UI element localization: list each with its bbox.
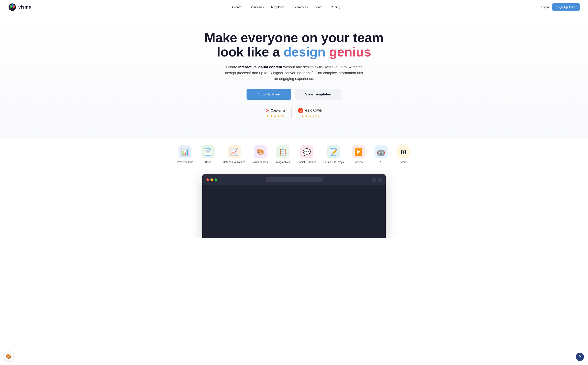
icon-item-socialgraphics[interactable]: 💬 Social Graphics xyxy=(294,143,320,166)
icon-label: Social Graphics xyxy=(298,161,316,163)
chevron-down-icon: ▾ xyxy=(323,6,324,8)
capterra-rating: ➤ Capterra ★★★★½ xyxy=(266,108,285,118)
infographics-icon: 📋 xyxy=(279,148,287,156)
capterra-arrow-icon: ➤ xyxy=(266,108,269,113)
icon-box: 📋 xyxy=(276,145,289,158)
nav-links: Create ▾ Solutions ▾ Templates ▾ Example… xyxy=(229,4,343,10)
icon-item-ai[interactable]: 🤖 AI xyxy=(370,143,392,166)
signup-button-nav[interactable]: Sign Up Free xyxy=(552,3,580,11)
browser-action-btn xyxy=(372,178,376,182)
g2-icon: G xyxy=(298,108,303,113)
icon-box: 📄 xyxy=(201,145,215,158)
videos-icon: ▶️ xyxy=(355,148,363,156)
login-button[interactable]: Login xyxy=(541,5,549,9)
browser-mockup xyxy=(202,174,386,238)
icon-item-whiteboards[interactable]: 🎨 Whiteboards xyxy=(249,143,272,166)
icon-label: Data Visualizations xyxy=(223,161,245,163)
icon-item-formssurveys[interactable]: 📝 Forms & Surveys xyxy=(320,143,348,166)
icon-item-more[interactable]: ⊞ More xyxy=(392,143,415,166)
logo-text: visme xyxy=(18,5,31,10)
icon-box: 📈 xyxy=(228,145,241,158)
logo-icon xyxy=(8,3,16,11)
forms-&-surveys-icon: 📝 xyxy=(329,148,338,156)
hero-buttons: Sign Up Free View Templates xyxy=(8,89,580,100)
browser-content xyxy=(202,185,386,238)
icon-box: 📊 xyxy=(178,145,191,158)
icon-label: AI xyxy=(380,161,382,163)
data-visualizations-icon: 📈 xyxy=(230,148,238,156)
more-icon: ⊞ xyxy=(401,148,406,156)
nav-learn[interactable]: Learn ▾ xyxy=(312,4,327,10)
g2-stars: ★★★★½ xyxy=(301,114,319,119)
icon-grid: 📊 Presentations 📄 Docs 📈 Data Visualizat… xyxy=(0,139,588,174)
icon-item-docs[interactable]: 📄 Docs xyxy=(197,143,219,166)
icon-item-datavisualizations[interactable]: 📈 Data Visualizations xyxy=(219,143,249,166)
nav-examples[interactable]: Examples ▾ xyxy=(290,4,311,10)
chevron-down-icon: ▾ xyxy=(307,6,308,8)
whiteboards-icon: 🎨 xyxy=(256,148,265,156)
icon-item-infographics[interactable]: 📋 Infographics xyxy=(272,143,294,166)
icon-item-videos[interactable]: ▶️ Videos xyxy=(347,143,370,166)
icon-label: Presentations xyxy=(177,161,193,163)
nav-solutions[interactable]: Solutions ▾ xyxy=(247,4,267,10)
ai-icon: 🤖 xyxy=(377,148,385,156)
icon-label: Docs xyxy=(205,161,211,163)
icon-label: Forms & Surveys xyxy=(323,161,344,163)
hero-ratings: ➤ Capterra ★★★★½ G G2 CROWD ★★★★½ xyxy=(8,108,580,119)
hero-subtitle: Create interactive visual content withou… xyxy=(225,64,363,82)
icon-box: 📝 xyxy=(327,145,340,158)
minimize-dot[interactable] xyxy=(211,178,213,181)
chevron-down-icon: ▾ xyxy=(242,6,243,8)
icon-item-presentations[interactable]: 📊 Presentations xyxy=(173,143,197,166)
maximize-dot[interactable] xyxy=(215,178,217,181)
nav-create[interactable]: Create ▾ xyxy=(229,4,246,10)
browser-section xyxy=(0,174,588,238)
browser-action-btn-2 xyxy=(377,178,382,182)
hero-title: Make everyone on your team look like a d… xyxy=(8,31,580,59)
chevron-down-icon: ▾ xyxy=(286,6,287,8)
g2-rating: G G2 CROWD ★★★★½ xyxy=(298,108,322,119)
logo[interactable]: visme xyxy=(8,3,31,11)
docs-icon: 📄 xyxy=(204,148,212,156)
icon-box: 🤖 xyxy=(375,145,388,158)
url-bar xyxy=(266,177,323,182)
icon-label: More xyxy=(400,161,406,163)
icon-box: 🎨 xyxy=(254,145,267,158)
signup-button-hero[interactable]: Sign Up Free xyxy=(246,89,291,100)
capterra-stars: ★★★★½ xyxy=(266,114,284,118)
icon-label: Videos xyxy=(355,161,363,163)
navbar: visme Create ▾ Solutions ▾ Templates ▾ E… xyxy=(0,0,588,14)
icon-box: ▶️ xyxy=(352,145,365,158)
social-graphics-icon: 💬 xyxy=(303,148,311,156)
icon-box: 💬 xyxy=(300,145,313,158)
browser-bar xyxy=(202,174,386,185)
rating-divider xyxy=(291,108,292,118)
icon-label: Whiteboards xyxy=(253,161,268,163)
nav-templates[interactable]: Templates ▾ xyxy=(268,4,289,10)
view-templates-button[interactable]: View Templates xyxy=(295,89,342,100)
close-dot[interactable] xyxy=(206,178,209,181)
icon-box: ⊞ xyxy=(397,145,410,158)
nav-pricing[interactable]: Pricing xyxy=(328,4,343,10)
presentations-icon: 📊 xyxy=(181,148,189,156)
chevron-down-icon: ▾ xyxy=(263,6,264,8)
hero-section: Make everyone on your team look like a d… xyxy=(0,14,588,139)
icon-label: Infographics xyxy=(275,161,290,163)
nav-right: Login Sign Up Free xyxy=(541,3,580,11)
browser-dots xyxy=(206,178,217,181)
